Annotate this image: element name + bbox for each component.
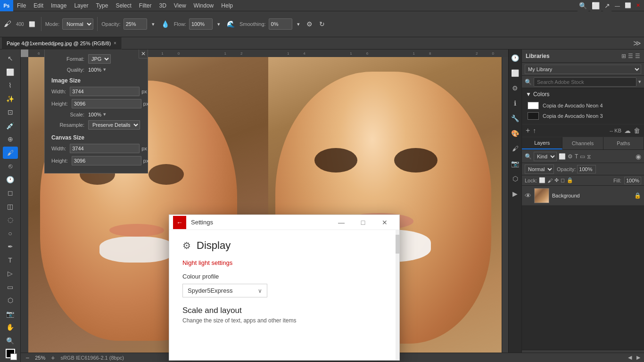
layers-panel-icon[interactable]: ⬜ [509, 66, 522, 80]
collapse-panels-btn[interactable]: ≫ [630, 39, 644, 48]
settings-minimize-btn[interactable]: — [330, 215, 352, 230]
format-select[interactable]: JPG [88, 54, 111, 64]
brush-tool[interactable]: 🖌 [2, 18, 13, 30]
lasso-tool[interactable]: ⌇ [3, 79, 18, 92]
minimize-btn[interactable]: — [613, 1, 622, 10]
camera-raw-icon[interactable]: 📷 [509, 157, 522, 170]
brush-panel-icon[interactable]: 🖌 [509, 142, 522, 155]
cloud-library-btn[interactable]: ☁ [624, 127, 631, 134]
colors-header[interactable]: ▼ Colors [526, 91, 640, 98]
wand-tool[interactable]: ✨ [3, 93, 18, 106]
3d-panel-icon[interactable]: ⬡ [509, 172, 522, 185]
adjustments-panel-icon[interactable]: ⚙ [509, 82, 522, 95]
nav-next-btn[interactable]: ▶ [636, 354, 640, 361]
background-layer[interactable]: 👁 Background 🔒 [522, 186, 644, 206]
menu-select[interactable]: Select [112, 0, 135, 11]
marquee-tool[interactable]: ⬜ [3, 66, 18, 79]
history-tool[interactable]: 🕐 [3, 173, 18, 186]
list-view-btn[interactable]: ☰ [628, 53, 633, 59]
lock-image-icon[interactable]: 🖌 [547, 178, 553, 183]
brush-tool-side[interactable]: 🖌 [3, 147, 18, 159]
angle-btn[interactable]: ↻ [317, 18, 327, 30]
resample-select[interactable]: Preserve Details [88, 120, 140, 130]
airbrush-toggle[interactable]: 💧 [159, 18, 171, 30]
healing-tool[interactable]: ⊕ [3, 133, 18, 146]
library-select[interactable]: My Library [525, 65, 641, 74]
menu-image[interactable]: Image [47, 0, 70, 11]
color-item-2[interactable]: Copia de Avocado Neon 3 [526, 111, 640, 121]
blur-tool[interactable]: ◌ [3, 214, 18, 226]
clone-tool[interactable]: ⎋ [3, 160, 18, 173]
canvas-width-input[interactable] [70, 144, 140, 153]
dialog-close[interactable]: ✕ [139, 49, 148, 58]
3d-tool[interactable]: ⬡ [3, 294, 18, 307]
crop-tool[interactable]: ⊡ [3, 106, 18, 119]
smoothing-btn[interactable]: 🌊 [225, 18, 237, 30]
menu-type[interactable]: Type [92, 0, 112, 11]
flow-expand[interactable]: ▾ [215, 19, 222, 29]
night-light-link[interactable]: Night light settings [182, 259, 386, 266]
menu-window[interactable]: Window [190, 0, 218, 11]
shape-tool[interactable]: ▭ [3, 281, 18, 294]
menu-view[interactable]: View [170, 0, 190, 11]
dodge-tool[interactable]: ○ [3, 227, 18, 240]
arrange-btn[interactable]: ⬜ [590, 0, 602, 11]
width-input[interactable] [70, 87, 140, 96]
tab-main[interactable]: Paige 4@1xembeddjpeg.jpg @ 25% (RGB/8) × [2, 37, 122, 49]
menu-filter[interactable]: Filter [135, 0, 156, 11]
lock-transparent-icon[interactable]: ⬜ [539, 177, 545, 183]
share-btn[interactable]: ↗ [603, 0, 612, 11]
maximize-btn[interactable]: ⬜ [623, 0, 633, 10]
menu-edit[interactable]: Edit [30, 0, 47, 11]
search-adobe-btn[interactable]: ▾ [638, 79, 641, 85]
panel-menu-btn[interactable]: ☰ [635, 53, 640, 59]
eraser-tool[interactable]: ◻ [3, 187, 18, 199]
pen-tool[interactable]: ✒ [3, 240, 18, 253]
video-icon[interactable]: ▶ [509, 187, 522, 200]
mode-select[interactable]: Normal [62, 18, 93, 30]
canvas-height-input[interactable] [72, 156, 141, 165]
properties-panel-icon[interactable]: 🔧 [509, 112, 522, 125]
eyedropper-tool[interactable]: 💉 [3, 120, 18, 132]
camera-tool[interactable]: 📷 [3, 308, 18, 321]
canvas-scrollbar-v[interactable] [502, 57, 508, 355]
settings-close-btn[interactable]: ✕ [374, 215, 396, 230]
smoothing-input[interactable] [269, 18, 292, 30]
menu-layer[interactable]: Layer [70, 0, 92, 11]
search-input[interactable] [534, 77, 636, 87]
colour-profile-dropdown[interactable]: Spyder5Express ∨ [182, 284, 267, 297]
paths-tab[interactable]: Paths [603, 137, 644, 149]
layer-mode-select[interactable]: Normal [525, 165, 554, 174]
history-panel-icon[interactable]: 🕐 [509, 51, 522, 65]
lock-artboard-icon[interactable]: ◻ [561, 177, 565, 183]
lock-position-icon[interactable]: ✤ [554, 177, 559, 183]
settings-back-button[interactable]: ← [173, 216, 186, 229]
nav-prev-btn[interactable]: ◀ [628, 354, 632, 361]
channels-tab[interactable]: Channels [562, 137, 603, 149]
gradient-tool[interactable]: ◫ [3, 200, 18, 213]
menu-3d[interactable]: 3D [155, 0, 170, 11]
tab-close[interactable]: × [114, 41, 116, 46]
menu-help[interactable]: Help [217, 0, 237, 11]
brush-preset-btn[interactable]: ⬜ [27, 19, 37, 29]
type-tool[interactable]: T [3, 254, 18, 267]
close-btn[interactable]: ✕ [634, 0, 642, 10]
height-input[interactable] [72, 99, 141, 108]
zoom-in-btn[interactable]: + [50, 354, 56, 362]
search-btn[interactable]: 🔍 [577, 0, 589, 11]
add-library-item-btn[interactable]: + [526, 126, 530, 135]
zoom-out-btn[interactable]: − [25, 354, 30, 362]
dialog-scrollbar[interactable] [396, 230, 399, 360]
kind-filter-select[interactable]: Kind [534, 152, 557, 161]
move-tool[interactable]: ↖ [3, 52, 18, 65]
delete-library-btn[interactable]: 🗑 [634, 127, 640, 134]
filter-toggle[interactable]: ◉ [636, 153, 641, 160]
lock-all-icon[interactable]: 🔒 [567, 177, 573, 183]
color-item-1[interactable]: Copia de Avocado Neon 4 [526, 100, 640, 111]
layer-visibility-icon[interactable]: 👁 [525, 192, 531, 199]
info-panel-icon[interactable]: ℹ [509, 97, 522, 110]
opacity-expand[interactable]: ▾ [150, 19, 157, 29]
menu-file[interactable]: File [13, 0, 30, 11]
hand-tool[interactable]: ✋ [3, 321, 18, 334]
opacity-input[interactable] [124, 18, 147, 30]
